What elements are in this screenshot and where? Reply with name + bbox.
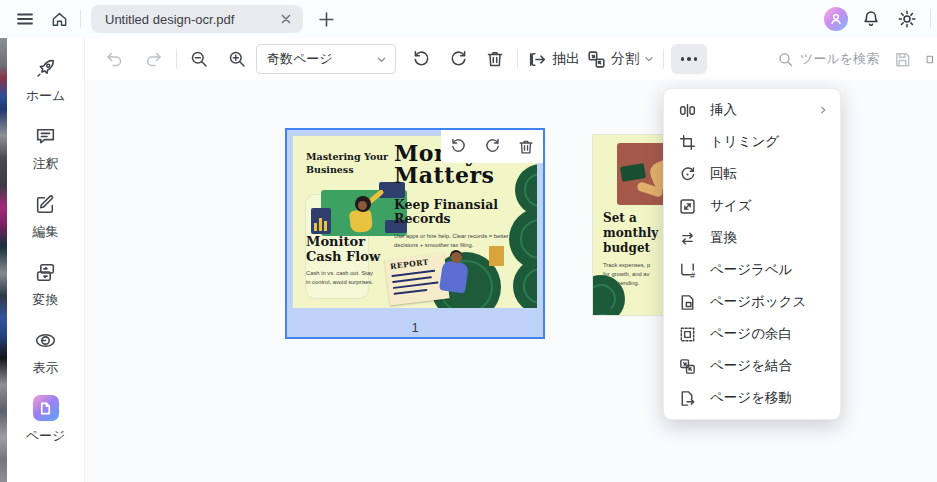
page-filter-value: 奇数ページ (267, 50, 376, 68)
thumb-rotate-right-button[interactable] (481, 136, 503, 158)
more-tools-menu: 挿入 トリミング 回転 サイズ 置換 # ページラベル ページボック (663, 88, 841, 420)
split-pages-button[interactable]: 分割 (584, 44, 656, 74)
edit-icon (33, 192, 58, 217)
settings-gear-icon[interactable] (894, 6, 920, 32)
poster1-report-person-head (451, 252, 462, 263)
poster1-report-person-body (439, 260, 469, 293)
page-1-thumbnail[interactable]: REPORT Mastering Your Business Money Mat… (285, 128, 545, 339)
left-sidebar: ホーム 注釈 編集 変換 表示 ページ (7, 38, 85, 482)
delete-page-button[interactable] (480, 44, 510, 74)
sidebar-item-view[interactable]: 表示 (11, 318, 81, 386)
menu-item-insert[interactable]: 挿入 (664, 94, 840, 126)
page-number: 1 (287, 320, 543, 335)
sidebar-item-edit[interactable]: 編集 (11, 182, 81, 250)
page-gradient-icon (33, 395, 59, 421)
topbar-right-divider (930, 9, 931, 29)
thumbnail-hover-controls (441, 130, 543, 163)
topbar-divider (80, 10, 81, 28)
move-page-icon (678, 389, 697, 408)
new-tab-button[interactable] (313, 6, 339, 32)
convert-icon (33, 260, 58, 285)
redo-button[interactable] (139, 44, 169, 74)
search-placeholder: ツールを検索 (800, 50, 879, 68)
toolbar-divider (663, 49, 664, 69)
sidebar-item-label: ページ (26, 427, 66, 445)
sidebar-item-home[interactable]: ホーム (11, 46, 81, 114)
poster1-report-label: REPORT (390, 256, 441, 271)
menu-item-rotate[interactable]: 回転 (664, 158, 840, 190)
dot (681, 57, 685, 61)
poster1-chart-shape (311, 208, 331, 234)
zoom-out-button[interactable] (184, 44, 214, 74)
sidebar-item-label: ホーム (26, 87, 66, 105)
notifications-bell-icon[interactable] (858, 6, 884, 32)
chevron-right-icon (818, 105, 828, 115)
page-filter-select[interactable]: 奇数ページ (256, 44, 396, 74)
sidebar-item-convert[interactable]: 変換 (11, 250, 81, 318)
menu-item-merge-pages[interactable]: ページを結合 (664, 350, 840, 382)
chevron-down-icon (644, 54, 654, 64)
menu-item-crop[interactable]: トリミング (664, 126, 840, 158)
poster1-person-face (358, 201, 367, 210)
menu-item-page-label[interactable]: # ページラベル (664, 254, 840, 286)
page-toolbar: 奇数ページ 抽出 分割 ツールを検索 (85, 38, 937, 80)
comment-icon (33, 124, 58, 149)
topbar-right-group (824, 0, 931, 38)
dot (694, 57, 698, 61)
more-tools-button[interactable] (671, 44, 707, 74)
search-icon (777, 51, 794, 68)
poster1-subheading-records: Keep Finansial Records (394, 198, 529, 227)
split-label: 分割 (611, 50, 639, 68)
insert-page-icon (678, 101, 697, 120)
poster1-subheading-cashflow: Monitor Cash Flow (306, 235, 386, 265)
toolbar-divider (176, 49, 177, 69)
sidebar-item-label: 表示 (33, 359, 59, 377)
menu-item-size[interactable]: サイズ (664, 190, 840, 222)
poster1-kicker: Mastering Your Business (306, 151, 401, 177)
poster1-body-cashflow: Cash in vs. cash out. Stay in control, a… (306, 269, 374, 286)
page-label-icon: # (678, 261, 697, 280)
rotate-icon (678, 165, 697, 184)
tab-close-icon[interactable] (277, 10, 295, 28)
page-box-icon (678, 293, 697, 312)
search-tools-field[interactable]: ツールを検索 (777, 50, 879, 68)
poster1-person-body (349, 209, 373, 233)
sidebar-item-page[interactable]: ページ (11, 386, 81, 454)
menu-item-replace[interactable]: 置換 (664, 222, 840, 254)
toolbar-divider (517, 49, 518, 69)
menu-item-page-box[interactable]: ページボックス (664, 286, 840, 318)
poster1-body-records: Use apps or hire help. Clear records = b… (394, 232, 514, 249)
merge-pages-icon (678, 357, 697, 376)
menu-item-move-pages[interactable]: ページを移動 (664, 382, 840, 414)
undo-button[interactable] (99, 44, 129, 74)
page-margin-icon (678, 325, 697, 344)
rotate-left-button[interactable] (406, 44, 436, 74)
thumb-delete-button[interactable] (515, 136, 537, 158)
desktop-background-sliver (0, 38, 7, 482)
crop-icon (678, 133, 697, 152)
resize-icon (678, 197, 697, 216)
thumb-rotate-left-button[interactable] (447, 136, 469, 158)
print-button-partial[interactable] (925, 44, 935, 74)
zoom-in-button[interactable] (222, 44, 252, 74)
sidebar-item-label: 注釈 (33, 155, 59, 173)
rotate-right-button[interactable] (443, 44, 473, 74)
dot (687, 57, 691, 61)
extract-pages-button[interactable]: 抽出 (525, 44, 584, 74)
chevron-down-icon (376, 54, 387, 65)
extract-label: 抽出 (552, 50, 580, 68)
hamburger-menu-icon[interactable] (12, 6, 38, 32)
sidebar-item-annotate[interactable]: 注釈 (11, 114, 81, 182)
save-button[interactable] (887, 44, 917, 74)
menu-item-page-margin[interactable]: ページの余白 (664, 318, 840, 350)
document-tab[interactable]: Untitled design-ocr.pdf (91, 5, 303, 33)
tab-title: Untitled design-ocr.pdf (105, 12, 277, 27)
svg-text:#: # (689, 271, 695, 280)
eye-icon (33, 328, 58, 353)
title-bar: Untitled design-ocr.pdf (0, 0, 937, 38)
extract-icon (527, 49, 548, 70)
poster1-foliage-shape (513, 258, 537, 308)
user-avatar[interactable] (824, 7, 848, 31)
home-icon[interactable] (46, 6, 72, 32)
sidebar-item-label: 編集 (33, 223, 59, 241)
